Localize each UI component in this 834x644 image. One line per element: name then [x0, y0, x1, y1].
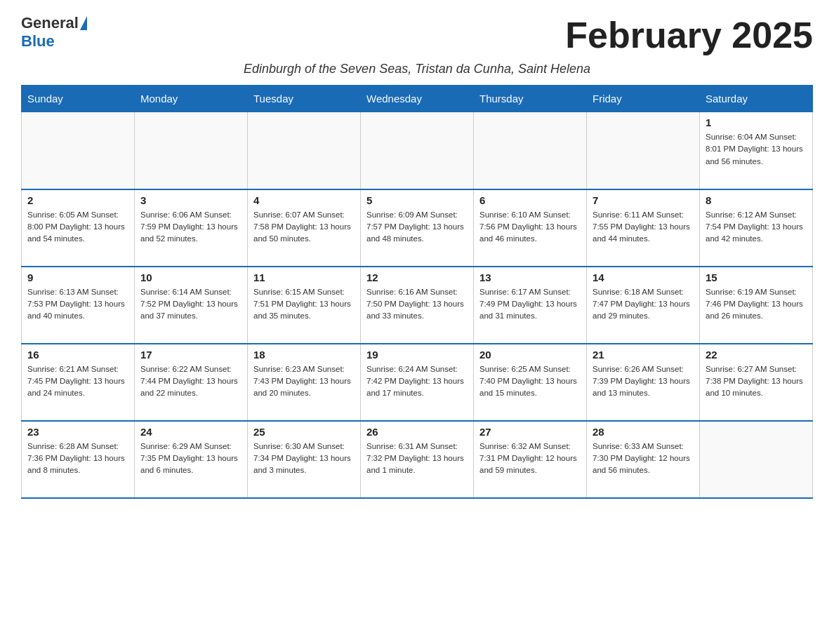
day-number: 1: [706, 116, 807, 128]
day-number: 27: [479, 426, 581, 438]
table-row: 17Sunrise: 6:22 AM Sunset: 7:44 PM Dayli…: [135, 344, 248, 421]
weekday-header-tuesday: Tuesday: [248, 86, 361, 112]
day-number: 18: [253, 349, 355, 361]
week-row-3: 9Sunrise: 6:13 AM Sunset: 7:53 PM Daylig…: [22, 267, 813, 344]
table-row: 3Sunrise: 6:06 AM Sunset: 7:59 PM Daylig…: [135, 189, 248, 267]
day-info: Sunrise: 6:06 AM Sunset: 7:59 PM Dayligh…: [140, 209, 241, 246]
day-number: 4: [253, 194, 355, 206]
weekday-header-saturday: Saturday: [700, 86, 813, 112]
day-number: 9: [27, 271, 128, 283]
table-row: 14Sunrise: 6:18 AM Sunset: 7:47 PM Dayli…: [587, 267, 700, 344]
table-row: 19Sunrise: 6:24 AM Sunset: 7:42 PM Dayli…: [361, 344, 474, 421]
weekday-header-wednesday: Wednesday: [361, 86, 474, 112]
day-number: 3: [140, 194, 241, 206]
table-row: 18Sunrise: 6:23 AM Sunset: 7:43 PM Dayli…: [248, 344, 361, 421]
day-number: 8: [706, 194, 807, 206]
table-row: 5Sunrise: 6:09 AM Sunset: 7:57 PM Daylig…: [361, 189, 474, 267]
table-row: 12Sunrise: 6:16 AM Sunset: 7:50 PM Dayli…: [361, 267, 474, 344]
table-row: 6Sunrise: 6:10 AM Sunset: 7:56 PM Daylig…: [474, 189, 587, 267]
logo-triangle-icon: [80, 16, 87, 30]
day-number: 10: [140, 271, 241, 283]
day-info: Sunrise: 6:10 AM Sunset: 7:56 PM Dayligh…: [479, 209, 581, 246]
day-info: Sunrise: 6:11 AM Sunset: 7:55 PM Dayligh…: [593, 209, 694, 246]
day-info: Sunrise: 6:19 AM Sunset: 7:46 PM Dayligh…: [706, 286, 807, 323]
table-row: [587, 112, 700, 189]
day-info: Sunrise: 6:29 AM Sunset: 7:35 PM Dayligh…: [140, 441, 241, 477]
day-info: Sunrise: 6:27 AM Sunset: 7:38 PM Dayligh…: [706, 363, 807, 400]
table-row: [135, 112, 248, 189]
day-number: 11: [253, 271, 355, 283]
day-number: 19: [366, 349, 468, 361]
table-row: [474, 112, 587, 189]
day-info: Sunrise: 6:26 AM Sunset: 7:39 PM Dayligh…: [593, 363, 694, 400]
table-row: [361, 112, 474, 189]
calendar-table: SundayMondayTuesdayWednesdayThursdayFrid…: [21, 85, 813, 499]
day-info: Sunrise: 6:33 AM Sunset: 7:30 PM Dayligh…: [593, 441, 694, 477]
day-info: Sunrise: 6:07 AM Sunset: 7:58 PM Dayligh…: [253, 209, 355, 246]
day-info: Sunrise: 6:30 AM Sunset: 7:34 PM Dayligh…: [253, 441, 355, 477]
day-number: 23: [27, 426, 128, 438]
day-number: 17: [140, 349, 241, 361]
table-row: [700, 421, 813, 498]
day-number: 28: [593, 426, 694, 438]
day-number: 22: [706, 349, 807, 361]
day-number: 26: [366, 426, 468, 438]
day-number: 2: [27, 194, 128, 206]
month-title: February 2025: [565, 14, 813, 56]
day-info: Sunrise: 6:24 AM Sunset: 7:42 PM Dayligh…: [366, 363, 468, 400]
day-number: 24: [140, 426, 241, 438]
table-row: 4Sunrise: 6:07 AM Sunset: 7:58 PM Daylig…: [248, 189, 361, 267]
day-info: Sunrise: 6:28 AM Sunset: 7:36 PM Dayligh…: [27, 441, 128, 477]
day-info: Sunrise: 6:17 AM Sunset: 7:49 PM Dayligh…: [479, 286, 581, 323]
table-row: 25Sunrise: 6:30 AM Sunset: 7:34 PM Dayli…: [248, 421, 361, 498]
logo-blue-text: Blue: [21, 32, 55, 50]
page-header: General Blue February 2025: [21, 14, 813, 56]
table-row: 13Sunrise: 6:17 AM Sunset: 7:49 PM Dayli…: [474, 267, 587, 344]
weekday-header-sunday: Sunday: [22, 86, 135, 112]
logo-general-text: General: [21, 14, 79, 32]
table-row: 27Sunrise: 6:32 AM Sunset: 7:31 PM Dayli…: [474, 421, 587, 498]
day-number: 15: [706, 271, 807, 283]
day-info: Sunrise: 6:22 AM Sunset: 7:44 PM Dayligh…: [140, 363, 241, 400]
table-row: 24Sunrise: 6:29 AM Sunset: 7:35 PM Dayli…: [135, 421, 248, 498]
week-row-2: 2Sunrise: 6:05 AM Sunset: 8:00 PM Daylig…: [22, 189, 813, 267]
day-number: 5: [366, 194, 468, 206]
day-info: Sunrise: 6:12 AM Sunset: 7:54 PM Dayligh…: [706, 209, 807, 246]
day-info: Sunrise: 6:21 AM Sunset: 7:45 PM Dayligh…: [27, 363, 128, 400]
table-row: 26Sunrise: 6:31 AM Sunset: 7:32 PM Dayli…: [361, 421, 474, 498]
table-row: 7Sunrise: 6:11 AM Sunset: 7:55 PM Daylig…: [587, 189, 700, 267]
table-row: 8Sunrise: 6:12 AM Sunset: 7:54 PM Daylig…: [700, 189, 813, 267]
day-number: 20: [479, 349, 581, 361]
table-row: 15Sunrise: 6:19 AM Sunset: 7:46 PM Dayli…: [700, 267, 813, 344]
table-row: 21Sunrise: 6:26 AM Sunset: 7:39 PM Dayli…: [587, 344, 700, 421]
weekday-header-thursday: Thursday: [474, 86, 587, 112]
table-row: 1Sunrise: 6:04 AM Sunset: 8:01 PM Daylig…: [700, 112, 813, 189]
table-row: 22Sunrise: 6:27 AM Sunset: 7:38 PM Dayli…: [700, 344, 813, 421]
table-row: 28Sunrise: 6:33 AM Sunset: 7:30 PM Dayli…: [587, 421, 700, 498]
week-row-4: 16Sunrise: 6:21 AM Sunset: 7:45 PM Dayli…: [22, 344, 813, 421]
day-info: Sunrise: 6:23 AM Sunset: 7:43 PM Dayligh…: [253, 363, 355, 400]
day-info: Sunrise: 6:16 AM Sunset: 7:50 PM Dayligh…: [366, 286, 468, 323]
week-row-5: 23Sunrise: 6:28 AM Sunset: 7:36 PM Dayli…: [22, 421, 813, 498]
day-info: Sunrise: 6:04 AM Sunset: 8:01 PM Dayligh…: [706, 131, 807, 168]
table-row: 20Sunrise: 6:25 AM Sunset: 7:40 PM Dayli…: [474, 344, 587, 421]
table-row: 11Sunrise: 6:15 AM Sunset: 7:51 PM Dayli…: [248, 267, 361, 344]
day-number: 6: [479, 194, 581, 206]
day-number: 25: [253, 426, 355, 438]
day-info: Sunrise: 6:05 AM Sunset: 8:00 PM Dayligh…: [27, 209, 128, 246]
weekday-header-friday: Friday: [587, 86, 700, 112]
day-info: Sunrise: 6:09 AM Sunset: 7:57 PM Dayligh…: [366, 209, 468, 246]
day-number: 16: [27, 349, 128, 361]
weekday-header-monday: Monday: [135, 86, 248, 112]
day-info: Sunrise: 6:32 AM Sunset: 7:31 PM Dayligh…: [479, 441, 581, 477]
table-row: 10Sunrise: 6:14 AM Sunset: 7:52 PM Dayli…: [135, 267, 248, 344]
table-row: 23Sunrise: 6:28 AM Sunset: 7:36 PM Dayli…: [22, 421, 135, 498]
day-info: Sunrise: 6:14 AM Sunset: 7:52 PM Dayligh…: [140, 286, 241, 323]
day-info: Sunrise: 6:18 AM Sunset: 7:47 PM Dayligh…: [593, 286, 694, 323]
day-number: 13: [479, 271, 581, 283]
logo: General Blue: [21, 14, 88, 51]
day-number: 14: [593, 271, 694, 283]
day-number: 12: [366, 271, 468, 283]
day-info: Sunrise: 6:25 AM Sunset: 7:40 PM Dayligh…: [479, 363, 581, 400]
day-info: Sunrise: 6:31 AM Sunset: 7:32 PM Dayligh…: [366, 441, 468, 477]
